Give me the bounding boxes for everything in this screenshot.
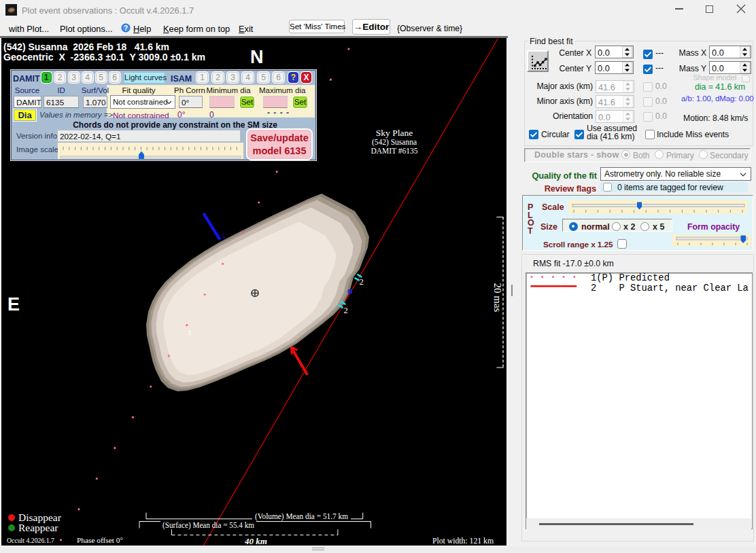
svg-text:40 km: 40 km [244, 536, 267, 546]
svg-text:20 mas: 20 mas [492, 283, 503, 313]
svg-text:2: 2 [343, 306, 347, 315]
svg-text:Plot width: 121 km: Plot width: 121 km [432, 535, 494, 546]
svg-text:1(P) Predicted: 1(P) Predicted [591, 273, 670, 283]
svg-text:N: N [250, 47, 264, 67]
svg-text:5: 5 [222, 232, 225, 240]
svg-text:(Surface) Mean dia = 55.4 km: (Surface) Mean dia = 55.4 km [162, 520, 255, 530]
svg-text:Geocentric X -2366.3 ±0.1 Y: Geocentric X -2366.3 ±0.1 Y 3009.0 ±0.1 … [3, 51, 205, 63]
svg-text:Reappear: Reappear [18, 522, 58, 533]
svg-text:Phase offset 0°: Phase offset 0° [77, 536, 123, 544]
svg-text:2: 2 [360, 277, 364, 287]
svg-text:?: ? [124, 24, 128, 32]
svg-text:(Volume) Mean dia = 51.7 km: (Volume) Mean dia = 51.7 km [255, 512, 349, 521]
svg-text:Occult 4.2026.1.7: Occult 4.2026.1.7 [7, 536, 54, 544]
svg-text:Sky Plane: Sky Plane [376, 128, 413, 138]
svg-text:E: E [7, 294, 20, 315]
svg-text:(542) Susanna 2026 Feb 18 4: (542) Susanna 2026 Feb 18 41.6 km [3, 41, 169, 52]
svg-text:(542) Susanna: (542) Susanna [372, 138, 417, 147]
svg-text:2 P Stuart, near Clear La: 2 P Stuart, near Clear La [591, 283, 749, 293]
svg-text:DAMIT #6135: DAMIT #6135 [371, 147, 417, 155]
svg-text:1: 1 [188, 328, 192, 336]
